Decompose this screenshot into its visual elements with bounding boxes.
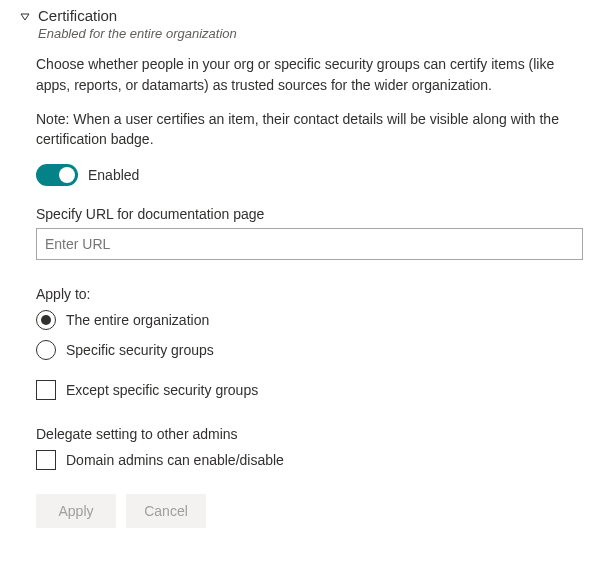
radio-entire-organization[interactable]: The entire organization	[36, 310, 583, 330]
checkbox-except-groups[interactable]: Except specific security groups	[36, 380, 583, 400]
checkbox-label-except-groups: Except specific security groups	[66, 382, 258, 398]
radio-input-entire-org[interactable]	[36, 310, 56, 330]
checkbox-domain-admins[interactable]: Domain admins can enable/disable	[36, 450, 583, 470]
collapse-icon[interactable]	[18, 8, 32, 26]
enable-toggle[interactable]	[36, 164, 78, 186]
toggle-state-label: Enabled	[88, 167, 139, 183]
section-subtitle: Enabled for the entire organization	[38, 26, 237, 43]
url-field-label: Specify URL for documentation page	[36, 206, 583, 222]
radio-input-specific-groups[interactable]	[36, 340, 56, 360]
checkbox-input-domain-admins[interactable]	[36, 450, 56, 470]
description-text: Choose whether people in your org or spe…	[36, 54, 583, 95]
radio-label-specific-groups: Specific security groups	[66, 342, 214, 358]
checkbox-input-except-groups[interactable]	[36, 380, 56, 400]
apply-to-label: Apply to:	[36, 286, 583, 302]
note-text: Note: When a user certifies an item, the…	[36, 109, 583, 150]
toggle-knob	[59, 167, 75, 183]
delegate-label: Delegate setting to other admins	[36, 426, 583, 442]
documentation-url-input[interactable]	[36, 228, 583, 260]
radio-specific-security-groups[interactable]: Specific security groups	[36, 340, 583, 360]
checkbox-label-domain-admins: Domain admins can enable/disable	[66, 452, 284, 468]
apply-button[interactable]: Apply	[36, 494, 116, 528]
radio-label-entire-org: The entire organization	[66, 312, 209, 328]
cancel-button[interactable]: Cancel	[126, 494, 206, 528]
section-title: Certification	[38, 6, 237, 26]
